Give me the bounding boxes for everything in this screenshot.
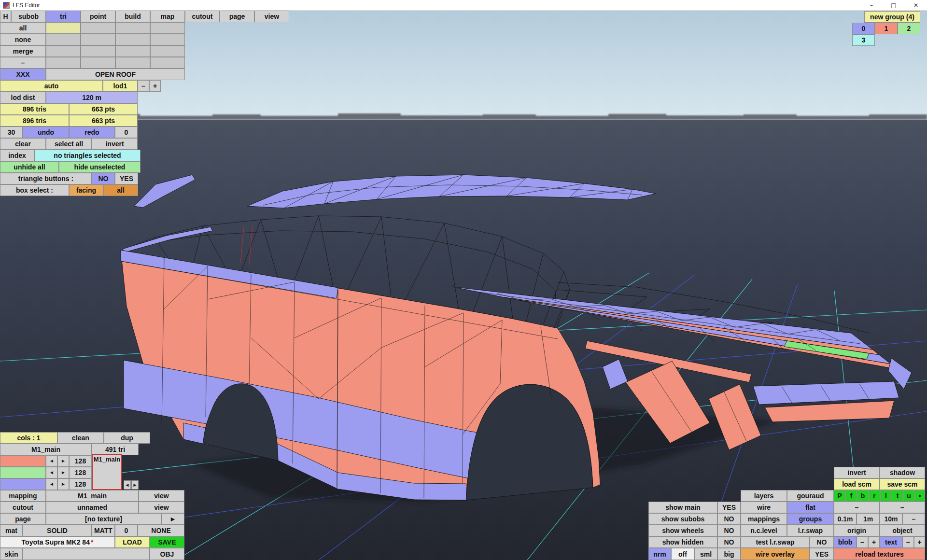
test-lr-swap-button[interactable]: test l.r.swap xyxy=(741,536,810,548)
mat-solid-button[interactable]: SOLID xyxy=(23,525,92,536)
load-button[interactable]: LOAD xyxy=(115,536,150,548)
blue-inc-button[interactable]: ► xyxy=(57,478,69,490)
dash-button-1[interactable]: – xyxy=(834,502,880,513)
box-select-facing[interactable]: facing xyxy=(69,184,103,196)
subob-grid-cell[interactable] xyxy=(150,45,185,57)
view-preset-dot[interactable]: ● xyxy=(914,490,925,502)
index-button[interactable]: index xyxy=(0,150,34,161)
save-button[interactable]: SAVE xyxy=(150,536,184,548)
subob-row-none[interactable]: none xyxy=(0,34,46,45)
view-preset-p[interactable]: P xyxy=(834,490,845,502)
menu-tab-subob[interactable]: subob xyxy=(11,11,46,22)
minimize-button[interactable]: – xyxy=(860,0,883,11)
gouraud-button[interactable]: gouraud xyxy=(787,490,834,502)
menu-tab-page[interactable]: page xyxy=(220,11,254,22)
triangle-buttons-no[interactable]: NO xyxy=(92,173,115,184)
origin-button[interactable]: origin xyxy=(834,525,880,536)
mappings-button[interactable]: mappings xyxy=(741,513,787,525)
skin-name-field[interactable] xyxy=(23,548,150,560)
green-inc-button[interactable]: ► xyxy=(57,467,69,478)
test-lr-swap-toggle[interactable]: NO xyxy=(810,536,834,548)
lod-dist-value[interactable]: 120 m xyxy=(46,92,138,103)
show-wheels-toggle[interactable]: NO xyxy=(717,525,741,536)
mat-zero-button[interactable]: 0 xyxy=(115,525,138,536)
load-scm-button[interactable]: load scm xyxy=(834,478,880,490)
lod1-button[interactable]: lod1 xyxy=(103,80,138,92)
material-next-button[interactable]: ► xyxy=(131,480,139,490)
view-preset-u[interactable]: u xyxy=(903,490,914,502)
green-value[interactable]: 128 xyxy=(69,467,92,478)
red-inc-button[interactable]: ► xyxy=(57,455,69,467)
shadow-invert-button[interactable]: invert xyxy=(834,467,880,478)
view-preset-r[interactable]: r xyxy=(869,490,880,502)
subob-grid-cell[interactable] xyxy=(46,57,81,69)
skin-button[interactable]: skin xyxy=(0,548,23,560)
blob-button[interactable]: blob xyxy=(834,536,857,548)
group-3-button[interactable]: 3 xyxy=(852,34,875,46)
view-preset-f[interactable]: f xyxy=(845,490,857,502)
material-preview[interactable]: M1_main xyxy=(92,454,122,490)
color-swatch-red[interactable] xyxy=(0,455,46,467)
menu-h-button[interactable]: H xyxy=(0,11,11,22)
mapping-value[interactable]: M1_main xyxy=(46,490,139,502)
text-button[interactable]: text xyxy=(880,536,902,548)
close-button[interactable]: ✕ xyxy=(905,0,927,11)
lod-minus-button[interactable]: – xyxy=(138,80,149,92)
subob-grid-cell[interactable] xyxy=(81,57,115,69)
blob-minus-button[interactable]: – xyxy=(857,536,868,548)
wire-overlay-button[interactable]: wire overlay xyxy=(741,548,810,560)
wire-overlay-toggle[interactable]: YES xyxy=(810,548,834,560)
blue-value[interactable]: 128 xyxy=(69,478,92,490)
reload-textures-button[interactable]: reload textures xyxy=(834,548,925,560)
menu-tab-view[interactable]: view xyxy=(254,11,289,22)
layers-button[interactable]: layers xyxy=(741,490,787,502)
menu-tab-build[interactable]: build xyxy=(115,11,150,22)
group-1-button[interactable]: 1 xyxy=(875,23,898,34)
blue-dec-button[interactable]: ◄ xyxy=(46,478,57,490)
subob-grid-cell[interactable] xyxy=(115,22,150,34)
subob-grid-cell[interactable] xyxy=(81,34,115,45)
flat-button[interactable]: flat xyxy=(787,502,834,513)
lr-swap-button[interactable]: l.r.swap xyxy=(787,525,834,536)
text-minus-button[interactable]: – xyxy=(902,536,914,548)
view-preset-b[interactable]: b xyxy=(857,490,869,502)
color-swatch-blue[interactable] xyxy=(0,478,46,490)
page-next-button[interactable]: ► xyxy=(161,513,184,525)
select-all-button[interactable]: select all xyxy=(46,138,92,150)
clean-button[interactable]: clean xyxy=(57,432,104,444)
show-subobs-toggle[interactable]: NO xyxy=(717,513,741,525)
groups-button[interactable]: groups xyxy=(787,513,834,525)
mapping-view-button[interactable]: view xyxy=(139,490,184,502)
nrm-off-button[interactable]: off xyxy=(671,548,694,560)
dup-button[interactable]: dup xyxy=(104,432,150,444)
lod-plus-button[interactable]: + xyxy=(149,80,161,92)
menu-tab-cutout[interactable]: cutout xyxy=(185,11,220,22)
subob-row-dash[interactable]: – xyxy=(0,57,46,69)
undo-button[interactable]: undo xyxy=(23,126,69,138)
dash-button-2[interactable]: – xyxy=(880,502,925,513)
obj-button[interactable]: OBJ xyxy=(150,548,184,560)
wire-button[interactable]: wire xyxy=(741,502,787,513)
material-prev-button[interactable]: ◄ xyxy=(124,480,131,490)
cutout-view-button[interactable]: view xyxy=(139,502,184,513)
subob-grid-cell-active[interactable] xyxy=(46,22,81,34)
material-name[interactable]: M1_main xyxy=(0,444,92,455)
unhide-all-button[interactable]: unhide all xyxy=(0,161,59,173)
subob-grid-cell[interactable] xyxy=(46,34,81,45)
grid-01m-button[interactable]: 0.1m xyxy=(834,513,857,525)
auto-button[interactable]: auto xyxy=(0,80,103,92)
redo-button[interactable]: redo xyxy=(69,126,115,138)
green-dec-button[interactable]: ◄ xyxy=(46,467,57,478)
nrm-sml-button[interactable]: sml xyxy=(694,548,717,560)
blob-plus-button[interactable]: + xyxy=(868,536,880,548)
color-swatch-green[interactable] xyxy=(0,467,46,478)
subob-grid-cell[interactable] xyxy=(115,57,150,69)
menu-tab-map[interactable]: map xyxy=(150,11,185,22)
group-2-button[interactable]: 2 xyxy=(898,23,920,34)
subob-grid-cell[interactable] xyxy=(115,45,150,57)
cutout-value[interactable]: unnamed xyxy=(46,502,139,513)
object-button[interactable]: object xyxy=(880,525,925,536)
show-hidden-toggle[interactable]: NO xyxy=(717,536,741,548)
page-texture-value[interactable]: [no texture] xyxy=(46,513,161,525)
subob-grid-cell[interactable] xyxy=(81,45,115,57)
